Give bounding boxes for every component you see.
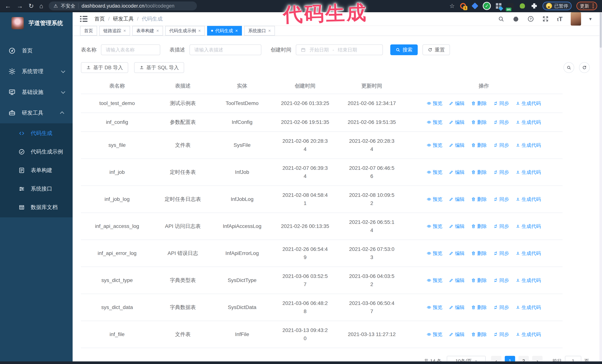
preview-link[interactable]: 预览 <box>427 249 442 257</box>
reset-button[interactable]: 重置 <box>422 44 450 55</box>
sidebar-item-2[interactable]: 系统管理 <box>0 61 73 82</box>
extension-gem-icon[interactable] <box>472 2 478 10</box>
sync-link[interactable]: 同步 <box>494 168 509 176</box>
sidebar-item-1[interactable]: 首页 <box>0 40 73 61</box>
avatar[interactable] <box>571 12 581 26</box>
browser-update-button[interactable]: 更新 <box>576 2 597 10</box>
tab-1[interactable]: 首页 <box>80 26 97 36</box>
edit-link[interactable]: 编辑 <box>449 249 464 257</box>
sync-link[interactable]: 同步 <box>494 222 509 230</box>
preview-link[interactable]: 预览 <box>427 195 442 203</box>
tab-2[interactable]: 链路追踪× <box>99 26 130 36</box>
address-bar[interactable]: ⚠ 不安全 dashboard.yudao.iocoder.cn/tool/co… <box>49 1 197 10</box>
sync-link[interactable]: 同步 <box>494 330 509 338</box>
generate-code-link[interactable]: 生成代码 <box>516 330 541 338</box>
close-icon[interactable]: × <box>235 29 238 33</box>
page-scrollbar[interactable] <box>599 12 602 361</box>
delete-link[interactable]: 删除 <box>471 118 487 126</box>
sidebar-subitem-3[interactable]: 表单构建 <box>0 161 73 180</box>
kebab-menu-icon[interactable] <box>592 3 594 8</box>
table-desc-input[interactable]: 请输入表描述 <box>190 44 261 55</box>
sidebar-subitem-2[interactable]: 代码生成示例 <box>0 143 73 161</box>
edit-link[interactable]: 编辑 <box>449 330 464 338</box>
sync-link[interactable]: 同步 <box>494 141 509 149</box>
preview-link[interactable]: 预览 <box>427 330 442 338</box>
extension-dark-icon[interactable]: on <box>507 2 514 10</box>
sidebar-subitem-4[interactable]: 系统接口 <box>0 180 73 198</box>
close-icon[interactable]: × <box>198 29 201 33</box>
delete-link[interactable]: 删除 <box>471 168 487 176</box>
extension-bug-icon[interactable] <box>519 2 526 10</box>
tab-6[interactable]: 系统接口× <box>244 26 275 36</box>
reload-icon[interactable]: ↻ <box>29 3 34 9</box>
delete-link[interactable]: 删除 <box>471 303 487 312</box>
preview-link[interactable]: 预览 <box>427 276 442 284</box>
profile-paused-chip[interactable]: 已暂停 <box>543 2 572 10</box>
edit-link[interactable]: 编辑 <box>449 303 464 312</box>
search-button[interactable]: 搜索 <box>390 44 418 55</box>
generate-code-link[interactable]: 生成代码 <box>516 99 541 107</box>
sidebar-item-4[interactable]: 研发工具 <box>0 103 73 123</box>
generate-code-link[interactable]: 生成代码 <box>516 141 541 149</box>
app-logo-row[interactable]: 芋道管理系统 <box>0 12 73 33</box>
sidebar-item-3[interactable]: 基础设施 <box>0 82 73 103</box>
extension-orange-icon[interactable]: 1 <box>460 2 467 10</box>
search-icon[interactable] <box>498 16 504 22</box>
delete-link[interactable]: 删除 <box>471 99 487 107</box>
close-icon[interactable]: × <box>156 29 159 33</box>
edit-link[interactable]: 编辑 <box>449 141 464 149</box>
tab-5[interactable]: 代码生成× <box>207 26 242 36</box>
preview-link[interactable]: 预览 <box>427 141 442 149</box>
generate-code-link[interactable]: 生成代码 <box>516 276 541 284</box>
bookmark-star-icon[interactable]: ☆ <box>449 2 455 10</box>
tab-3[interactable]: 表单构建× <box>132 26 163 36</box>
delete-link[interactable]: 删除 <box>471 222 487 230</box>
chevron-down-icon[interactable]: ▾ <box>589 16 592 22</box>
date-range-picker[interactable]: 开始日期 - 结束日期 <box>296 44 383 55</box>
home-icon[interactable]: ⌂ <box>39 3 43 9</box>
breadcrumb-item[interactable]: 首页 <box>95 15 105 22</box>
extension-check-icon[interactable]: ✓ <box>483 2 490 10</box>
edit-link[interactable]: 编辑 <box>449 276 464 284</box>
edit-link[interactable]: 编辑 <box>449 195 464 203</box>
github-icon[interactable] <box>513 16 519 22</box>
delete-link[interactable]: 删除 <box>471 249 487 257</box>
font-size-icon[interactable]: tT <box>557 15 562 23</box>
preview-link[interactable]: 预览 <box>427 168 442 176</box>
fullscreen-icon[interactable] <box>542 16 549 22</box>
table-name-input[interactable]: 请输入表名称 <box>101 44 160 55</box>
sync-link[interactable]: 同步 <box>494 276 509 284</box>
delete-link[interactable]: 删除 <box>471 195 487 203</box>
forward-icon[interactable]: → <box>17 3 23 9</box>
breadcrumb-item[interactable]: 研发工具 <box>113 15 134 22</box>
close-icon[interactable]: × <box>123 29 126 33</box>
sidebar-subitem-1[interactable]: 代码生成 <box>0 124 73 143</box>
edit-link[interactable]: 编辑 <box>449 118 464 126</box>
preview-link[interactable]: 预览 <box>427 303 442 312</box>
refresh-table-button[interactable] <box>579 62 590 73</box>
sync-link[interactable]: 同步 <box>494 99 509 107</box>
toggle-search-button[interactable] <box>563 62 574 73</box>
generate-code-link[interactable]: 生成代码 <box>516 168 541 176</box>
sync-link[interactable]: 同步 <box>494 195 509 203</box>
edit-link[interactable]: 编辑 <box>449 168 464 176</box>
generate-code-link[interactable]: 生成代码 <box>516 195 541 203</box>
delete-link[interactable]: 删除 <box>471 276 487 284</box>
preview-link[interactable]: 预览 <box>427 222 442 230</box>
hamburger-icon[interactable] <box>80 16 87 22</box>
help-icon[interactable]: ? <box>527 16 534 22</box>
generate-code-link[interactable]: 生成代码 <box>516 118 541 126</box>
sync-link[interactable]: 同步 <box>494 249 509 257</box>
extension-puzzle-icon[interactable] <box>531 2 538 10</box>
tab-4[interactable]: 代码生成示例× <box>165 26 205 36</box>
scrollbar-thumb[interactable] <box>600 13 602 48</box>
close-icon[interactable]: × <box>268 29 271 33</box>
import-db-button[interactable]: 基于 DB 导入 <box>81 62 128 73</box>
generate-code-link[interactable]: 生成代码 <box>516 249 541 257</box>
sync-link[interactable]: 同步 <box>494 303 509 312</box>
preview-link[interactable]: 预览 <box>427 118 442 126</box>
import-sql-button[interactable]: 基于 SQL 导入 <box>134 62 184 73</box>
sidebar-subitem-5[interactable]: 数据库文档 <box>0 198 73 217</box>
sync-link[interactable]: 同步 <box>494 118 509 126</box>
extension-grid-icon[interactable] <box>495 2 502 10</box>
